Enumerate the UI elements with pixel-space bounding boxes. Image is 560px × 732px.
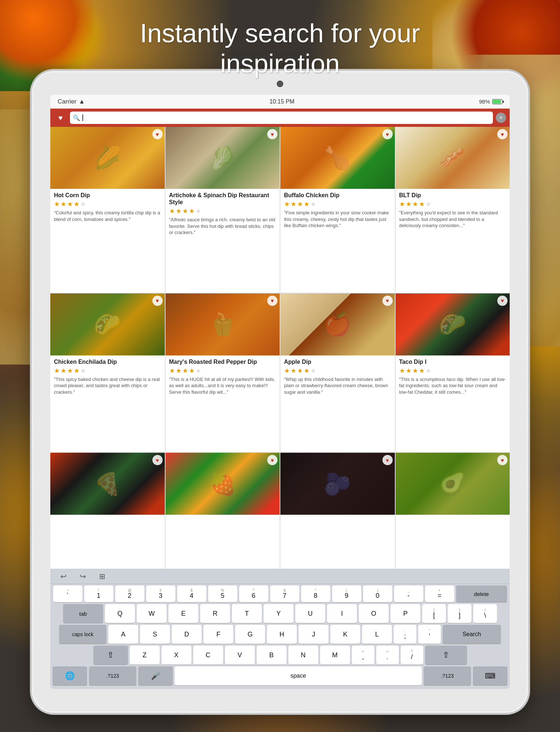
key-n[interactable]: N xyxy=(288,646,318,665)
key-u[interactable]: U xyxy=(295,604,325,623)
key-h[interactable]: H xyxy=(267,625,297,644)
left-shift-key[interactable]: ⇧ xyxy=(93,646,128,665)
key-2[interactable]: @ 2 xyxy=(115,585,144,602)
status-bar: Carrier ▲ 10:15 PM 98% xyxy=(50,95,510,109)
recipe-card-5[interactable]: 🌮 ♥ Chicken Enchilada Dip ★★★★★ "This sp… xyxy=(50,293,165,452)
key-pipe[interactable]: | \ xyxy=(473,604,497,623)
favorite-button[interactable]: ♥ xyxy=(152,129,163,139)
search-key[interactable]: Search xyxy=(443,625,501,644)
recipe-image: 🥑 xyxy=(396,453,510,515)
key-slash[interactable]: ? / xyxy=(401,646,423,665)
hide-keyboard-key[interactable]: ⌨ xyxy=(473,666,508,685)
key-9[interactable]: ( 9 xyxy=(332,585,361,602)
clear-button[interactable]: × xyxy=(496,113,506,123)
recipe-card-8[interactable]: 🌮 ♥ Taco Dip I ★★★★★ "This is a scrumpti… xyxy=(396,293,510,452)
star-3: ★ xyxy=(412,200,418,208)
key-q[interactable]: Q xyxy=(105,604,135,623)
key-period[interactable]: > . xyxy=(376,646,399,665)
star-1: ★ xyxy=(399,367,405,375)
key-b[interactable]: B xyxy=(257,646,287,665)
key-comma[interactable]: < , xyxy=(352,646,374,665)
recipe-image: 🌽 xyxy=(50,127,165,189)
key-p[interactable]: P xyxy=(390,604,420,623)
recipe-card-6[interactable]: 🫑 ♥ Mary's Roasted Red Pepper Dip ★★★★★ … xyxy=(166,293,280,452)
recipe-card-7[interactable]: 🍎 ♥ Apple Dip ★★★★★ "Whip up this childh… xyxy=(280,293,395,452)
key-o[interactable]: O xyxy=(359,604,389,623)
paste-button[interactable]: ⊞ xyxy=(96,571,108,582)
tab-key[interactable]: tab xyxy=(63,604,103,623)
key-s[interactable]: S xyxy=(140,625,170,644)
key-close-bracket[interactable]: } ] xyxy=(448,604,471,623)
recipe-card-12[interactable]: 🥑 ♥ xyxy=(396,453,510,569)
key-v[interactable]: V xyxy=(225,646,255,665)
key-minus[interactable]: _ - xyxy=(394,585,423,602)
delete-key[interactable]: delete xyxy=(456,585,507,602)
globe-key[interactable]: 🌐 xyxy=(52,666,87,685)
battery-pct: 98% xyxy=(479,98,490,105)
key-l[interactable]: L xyxy=(362,625,392,644)
key-4[interactable]: $ 4 xyxy=(177,585,206,602)
key-7[interactable]: & 7 xyxy=(270,585,299,602)
num-switch-left-key[interactable]: .?123 xyxy=(89,666,136,685)
favorite-button[interactable]: ♥ xyxy=(267,296,277,306)
key-0[interactable]: ) 0 xyxy=(363,585,392,602)
key-r[interactable]: R xyxy=(200,604,230,623)
mic-key[interactable]: 🎤 xyxy=(138,666,173,685)
food-emoji: 🥬 xyxy=(209,145,236,171)
key-quote[interactable]: " ' xyxy=(418,625,441,644)
key-j[interactable]: J xyxy=(299,625,328,644)
caps-lock-key[interactable]: caps lock xyxy=(59,625,106,644)
key-c[interactable]: C xyxy=(193,646,223,665)
recipe-card-1[interactable]: 🌽 ♥ Hot Corn Dip ★★★★★ "Colorful and spi… xyxy=(50,127,165,293)
key-k[interactable]: K xyxy=(330,625,360,644)
recipe-card-2[interactable]: 🥬 ♥ Artichoke & Spinach Dip Restaurant S… xyxy=(166,127,280,293)
key-5[interactable]: % 5 xyxy=(208,585,237,602)
key-y[interactable]: Y xyxy=(264,604,293,623)
favorite-button[interactable]: ♥ xyxy=(152,455,163,465)
star-2: ★ xyxy=(406,367,412,375)
redo-button[interactable]: ↪ xyxy=(77,571,89,582)
key-a[interactable]: A xyxy=(108,625,138,644)
right-shift-key[interactable]: ⇧ xyxy=(425,646,467,665)
key-open-bracket[interactable]: { [ xyxy=(422,604,446,623)
key-z[interactable]: Z xyxy=(130,646,160,665)
star-4: ★ xyxy=(189,207,195,215)
key-w[interactable]: W xyxy=(137,604,167,623)
search-input-wrap[interactable]: 🔍 xyxy=(70,112,493,124)
key-backtick[interactable]: ~ ` xyxy=(53,585,82,602)
star-2: ★ xyxy=(406,200,412,208)
recipe-card-11[interactable]: 🫐 ♥ xyxy=(280,453,395,569)
key-x[interactable]: X xyxy=(162,646,191,665)
key-8[interactable]: * 8 xyxy=(301,585,330,602)
undo-button[interactable]: ↩ xyxy=(58,571,70,582)
favorite-button[interactable]: ♥ xyxy=(382,129,393,139)
key-e[interactable]: E xyxy=(168,604,198,623)
key-3[interactable]: # 3 xyxy=(146,585,175,602)
recipe-card-10[interactable]: 🍓 ♥ xyxy=(166,453,280,569)
recipe-image-wrap: 🫑 ♥ xyxy=(166,293,280,355)
recipe-card-9[interactable]: 🍕 ♥ xyxy=(50,453,165,569)
favorite-button[interactable]: ♥ xyxy=(497,129,508,139)
recipe-card-4[interactable]: 🥓 ♥ BLT Dip ★★★★★ "Everything you'd expe… xyxy=(396,127,510,293)
key-d[interactable]: D xyxy=(172,625,202,644)
key-semicolon[interactable]: : ; xyxy=(394,625,416,644)
key-m[interactable]: M xyxy=(320,646,350,665)
key-t[interactable]: T xyxy=(232,604,262,623)
key-1[interactable]: ! 1 xyxy=(84,585,113,602)
headline-line2: inspiration xyxy=(7,48,553,79)
favorite-button[interactable]: ♥ xyxy=(497,296,508,306)
star-2: ★ xyxy=(61,367,66,375)
key-equals[interactable]: + = xyxy=(425,585,454,602)
key-i[interactable]: I xyxy=(327,604,357,623)
favorites-button[interactable]: ♥ xyxy=(54,111,67,124)
favorite-button[interactable]: ♥ xyxy=(267,129,277,139)
space-key[interactable]: space xyxy=(175,666,422,685)
favorite-button[interactable]: ♥ xyxy=(382,296,393,306)
key-g[interactable]: G xyxy=(235,625,265,644)
key-f[interactable]: F xyxy=(203,625,233,644)
recipe-card-3[interactable]: 🍗 ♥ Buffalo Chicken Dip ★★★★★ "Five simp… xyxy=(280,127,395,293)
favorite-button[interactable]: ♥ xyxy=(382,455,393,465)
favorite-button[interactable]: ♥ xyxy=(152,296,163,306)
num-switch-right-key[interactable]: .?123 xyxy=(424,666,471,685)
key-6[interactable]: ^ 6 xyxy=(239,585,268,602)
